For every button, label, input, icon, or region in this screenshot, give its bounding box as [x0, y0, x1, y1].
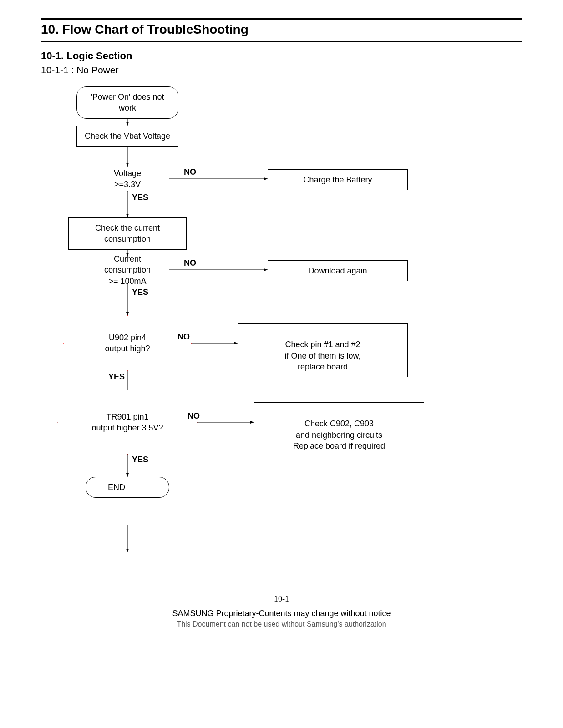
page-number: 10-1 — [41, 594, 522, 604]
footer-line-1: SAMSUNG Proprietary-Contents may change … — [41, 609, 522, 618]
process-charge-battery: Charge the Battery — [268, 169, 408, 190]
node-label: 'Power On' does not work — [91, 92, 164, 112]
node-label: Charge the Battery — [303, 175, 372, 184]
terminator-end: END — [86, 477, 169, 498]
flowchart: 'Power On' does not work Check the Vbat … — [41, 85, 522, 585]
decision-u902: U902 pin4 output high? — [64, 316, 191, 370]
footer-rule — [41, 606, 522, 606]
decision-voltage: Voltage >=3.3V — [86, 167, 169, 191]
footer-line-2: This Document can not be used without Sa… — [41, 620, 522, 628]
node-label: Check the current consumption — [95, 223, 160, 243]
page-title: 10. Flow Chart of TroubleShooting — [41, 22, 522, 37]
process-check-current: Check the current consumption — [68, 217, 187, 250]
process-check-c902: Check C902, C903 and neighboring circuit… — [254, 402, 424, 456]
page: 10. Flow Chart of TroubleShooting 10-1. … — [0, 0, 563, 642]
no-label: NO — [188, 411, 200, 421]
yes-label: YES — [132, 455, 148, 465]
node-label: Current consumption >= 100mA — [104, 254, 151, 286]
node-label: TR901 pin1 output higher 3.5V? — [91, 412, 163, 432]
node-label: Check the Vbat Voltage — [85, 131, 170, 141]
process-check-vbat: Check the Vbat Voltage — [76, 126, 178, 147]
no-label: NO — [178, 332, 190, 342]
yes-label: YES — [132, 193, 148, 202]
node-label: Download again — [308, 266, 367, 275]
node-label: Check C902, C903 and neighboring circuit… — [293, 419, 385, 450]
process-check-pins: Check pin #1 and #2 if One of them is lo… — [238, 323, 408, 377]
page-footer: 10-1 SAMSUNG Proprietary-Contents may ch… — [41, 594, 522, 628]
decision-current: Current consumption >= 100mA — [86, 257, 169, 283]
no-label: NO — [184, 167, 196, 177]
node-label: Check pin #1 and #2 if One of them is lo… — [284, 340, 360, 371]
terminator-start: 'Power On' does not work — [76, 86, 178, 119]
node-label: END — [108, 483, 125, 492]
section-heading: 10-1. Logic Section — [41, 50, 522, 62]
top-rule — [41, 18, 522, 20]
process-download-again: Download again — [268, 260, 408, 281]
yes-label: YES — [108, 372, 125, 382]
decision-tr901: TR901 pin1 output higher 3.5V? — [58, 390, 197, 454]
title-underline — [41, 41, 522, 42]
no-label: NO — [184, 258, 196, 268]
subsection-heading: 10-1-1 : No Power — [41, 65, 522, 76]
node-label: U902 pin4 output high? — [105, 333, 150, 353]
yes-label: YES — [132, 288, 148, 297]
node-label: Voltage >=3.3V — [114, 169, 141, 189]
